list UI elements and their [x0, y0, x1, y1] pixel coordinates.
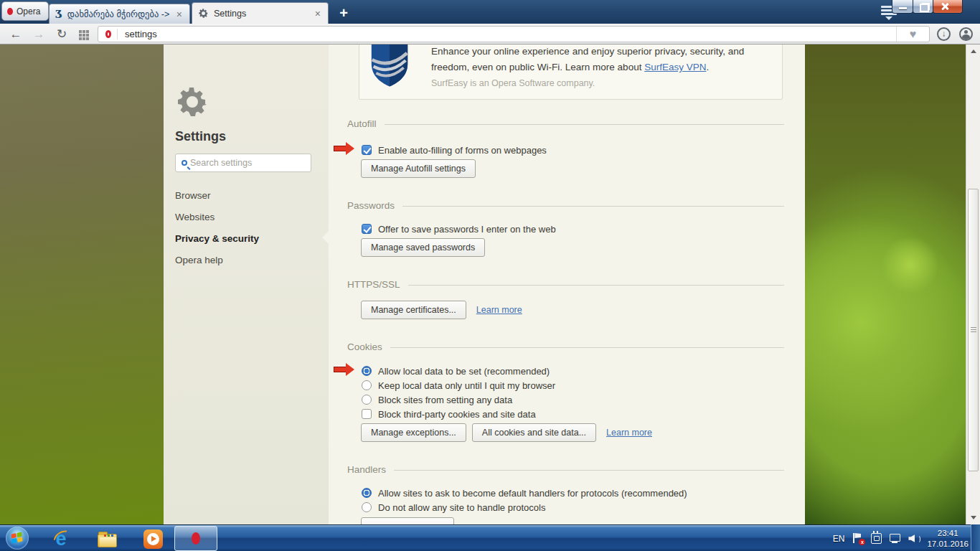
- cookies-learn-more-link[interactable]: Learn more: [606, 428, 652, 438]
- reload-icon[interactable]: ↻: [53, 24, 70, 44]
- settings-search[interactable]: [175, 154, 311, 172]
- language-indicator[interactable]: EN: [833, 534, 845, 544]
- speed-dial-icon[interactable]: [79, 30, 82, 33]
- window-controls: [892, 0, 963, 14]
- cookies-keep-until-quit-radio[interactable]: [362, 380, 372, 390]
- cookies-third-party-row: Block third-party cookies and site data: [362, 408, 536, 420]
- settings-sidebar: Settings Browser Websites Privacy & secu…: [164, 44, 329, 524]
- annotation-arrow-autofill: [334, 143, 355, 154]
- handlers-allow-label: Allow sites to ask to become default han…: [378, 488, 687, 499]
- cookies-allow-radio[interactable]: [362, 366, 372, 376]
- all-cookies-button[interactable]: All cookies and site data...: [472, 423, 596, 442]
- restore-button[interactable]: [913, 0, 933, 14]
- tab-forum[interactable]: Ӡ დახმარება მჭირდება -> ×: [49, 4, 190, 24]
- taskbar-item-opera-active[interactable]: [174, 526, 217, 551]
- downloads-icon[interactable]: ↓: [937, 27, 951, 41]
- new-tab-button[interactable]: +: [334, 4, 353, 22]
- windows-flag-icon: [11, 532, 22, 543]
- clock[interactable]: 23:41 17.01.2016: [927, 528, 969, 550]
- folder-icon: [98, 534, 117, 547]
- section-title: Handlers: [347, 464, 386, 475]
- scroll-down-icon[interactable]: [966, 512, 980, 524]
- handlers-option-row: Allow sites to ask to become default han…: [362, 487, 687, 499]
- cookies-block-label: Block sites from setting any data: [378, 395, 512, 405]
- start-button[interactable]: [6, 527, 29, 550]
- manage-certificates-button[interactable]: Manage certificates...: [361, 301, 466, 319]
- show-desktop-button[interactable]: [971, 524, 980, 551]
- https-buttons: Manage certificates... Learn more: [361, 301, 522, 319]
- cookies-option-row: Allow local data to be set (recommended): [362, 365, 550, 377]
- internet-explorer-icon: e: [55, 529, 66, 548]
- cookies-block-radio[interactable]: [362, 395, 372, 405]
- section-https-ssl: HTTPS/SSL: [347, 278, 784, 290]
- passwords-offer-label: Offer to save passwords I enter on the w…: [378, 224, 556, 235]
- bookmark-heart-icon[interactable]: ♥: [896, 27, 929, 42]
- cookies-allow-label: Allow local data to be set (recommended): [378, 366, 550, 377]
- back-icon[interactable]: ←: [7, 24, 24, 44]
- search-input[interactable]: [190, 158, 291, 168]
- tab-label: Settings: [214, 9, 308, 19]
- address-separator: [117, 29, 118, 39]
- cookies-third-party-label: Block third-party cookies and site data: [378, 409, 536, 420]
- taskbar-item-internet-explorer[interactable]: e: [50, 528, 72, 550]
- cookies-buttons: Manage exceptions... All cookies and sit…: [361, 423, 652, 442]
- volume-icon[interactable]: [908, 533, 919, 544]
- tab-label: დახმარება მჭირდება ->: [67, 9, 170, 19]
- system-tray: EN x 23:41 17.01.2016: [833, 525, 969, 551]
- tab-settings[interactable]: Settings ×: [192, 2, 329, 24]
- cookies-third-party-checkbox[interactable]: [362, 409, 372, 419]
- scrollbar-thumb[interactable]: [968, 189, 979, 471]
- cookies-option-row: Block sites from setting any data: [362, 394, 512, 405]
- autofill-enable-row: Enable auto-filling of forms on webpages: [362, 144, 547, 156]
- address-bar[interactable]: settings ♥: [98, 26, 930, 42]
- action-center-flag-icon[interactable]: x: [852, 533, 863, 544]
- device-plug-icon[interactable]: [871, 533, 882, 544]
- tab-close-icon[interactable]: ×: [314, 8, 322, 19]
- passwords-offer-checkbox[interactable]: [362, 224, 372, 234]
- taskbar-item-explorer[interactable]: [96, 528, 118, 550]
- handlers-disallow-radio[interactable]: [362, 502, 372, 512]
- sidebar-item-privacy-security[interactable]: Privacy & security: [175, 233, 259, 244]
- autofill-enable-label: Enable auto-filling of forms on webpages: [378, 145, 547, 156]
- profile-icon[interactable]: [959, 27, 973, 41]
- cookies-option-row: Keep local data only until I quit my bro…: [362, 380, 555, 391]
- autofill-enable-checkbox[interactable]: [362, 145, 372, 155]
- handlers-allow-radio[interactable]: [362, 488, 372, 498]
- scroll-up-icon[interactable]: [966, 45, 980, 57]
- tray-time: 23:41: [938, 529, 958, 537]
- sidebar-item-opera-help[interactable]: Opera help: [175, 255, 223, 265]
- section-passwords: Passwords: [347, 199, 784, 211]
- manage-autofill-button[interactable]: Manage Autofill settings: [361, 159, 476, 178]
- section-autofill: Autofill: [347, 118, 784, 129]
- close-button[interactable]: [933, 0, 963, 14]
- surfeasy-shield-icon: [369, 44, 410, 88]
- manage-handlers-button[interactable]: [361, 517, 454, 524]
- forward-icon[interactable]: →: [30, 24, 47, 44]
- theme-background-right: [805, 44, 980, 524]
- opera-icon: [192, 532, 200, 545]
- tray-date: 17.01.2016: [927, 540, 969, 548]
- opera-menu-button[interactable]: Opera: [1, 1, 49, 21]
- tab-close-icon[interactable]: ×: [175, 9, 184, 20]
- surfeasy-vpn-link[interactable]: SurfEasy VPN: [644, 62, 706, 72]
- autofill-buttons: Manage Autofill settings: [361, 159, 476, 178]
- handlers-option-row: Do not allow any site to handle protocol…: [362, 501, 545, 513]
- sidebar-item-websites[interactable]: Websites: [175, 212, 215, 222]
- section-cookies: Cookies: [347, 341, 784, 352]
- opera-logo-icon: [7, 8, 13, 15]
- manage-exceptions-button[interactable]: Manage exceptions...: [361, 423, 466, 442]
- page-scrollbar[interactable]: [966, 44, 980, 524]
- minimize-button[interactable]: [892, 0, 913, 14]
- settings-content: Enhance your online experience and enjoy…: [329, 44, 805, 524]
- selected-item-notch: [322, 231, 329, 244]
- surfeasy-byline: SurfEasy is an Opera Software company.: [431, 75, 744, 91]
- address-value[interactable]: settings: [125, 29, 896, 39]
- section-title: Autofill: [347, 118, 377, 129]
- settings-gear-icon: [175, 85, 209, 119]
- section-title: HTTPS/SSL: [347, 279, 400, 290]
- manage-passwords-button[interactable]: Manage saved passwords: [361, 238, 485, 257]
- taskbar-item-media-player[interactable]: [142, 528, 164, 550]
- sidebar-item-browser[interactable]: Browser: [175, 190, 211, 201]
- https-learn-more-link[interactable]: Learn more: [476, 305, 522, 315]
- network-icon[interactable]: [890, 533, 900, 544]
